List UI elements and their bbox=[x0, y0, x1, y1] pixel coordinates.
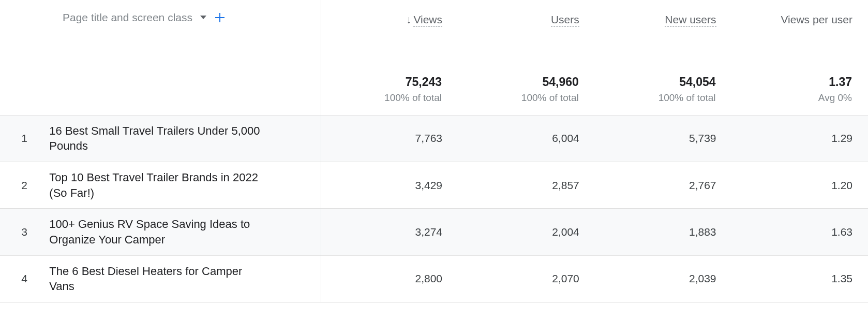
table-row[interactable]: 4The 6 Best Diesel Heaters for Camper Va… bbox=[0, 255, 868, 302]
total-new-users: 54,054 bbox=[595, 75, 731, 89]
total-users-sub: 100% of total bbox=[458, 89, 594, 104]
cell-views: 3,429 bbox=[321, 162, 458, 208]
cell-new-users: 2,767 bbox=[595, 162, 732, 208]
add-dimension-button[interactable] bbox=[214, 12, 226, 23]
page-title-cell[interactable]: 100+ Genius RV Space Saving Ideas to Org… bbox=[49, 209, 274, 254]
cell-new-users: 5,739 bbox=[595, 115, 732, 162]
cell-views-per-user: 1.35 bbox=[732, 255, 868, 302]
total-views-per-user-sub: Avg 0% bbox=[732, 89, 867, 104]
row-index: 2 bbox=[0, 162, 49, 208]
row-index: 1 bbox=[0, 115, 49, 162]
total-views-sub: 100% of total bbox=[322, 89, 457, 104]
table-row[interactable]: 3100+ Genius RV Space Saving Ideas to Or… bbox=[0, 209, 868, 255]
column-header-views-per-user[interactable]: Views per user bbox=[732, 0, 868, 28]
cell-new-users: 1,883 bbox=[595, 209, 732, 255]
dimension-selector[interactable]: Page title and screen class bbox=[1, 11, 320, 24]
cell-users: 2,070 bbox=[458, 255, 595, 302]
cell-users: 2,857 bbox=[458, 162, 595, 208]
analytics-table: Page title and screen class ↓Views Users… bbox=[0, 0, 868, 302]
table-row[interactable]: 116 Best Small Travel Trailers Under 5,0… bbox=[0, 115, 868, 162]
table-row[interactable]: 2Top 10 Best Travel Trailer Brands in 20… bbox=[0, 162, 868, 208]
cell-views: 2,800 bbox=[321, 255, 458, 302]
cell-users: 6,004 bbox=[458, 115, 595, 162]
column-header-users[interactable]: Users bbox=[458, 0, 595, 28]
row-index: 4 bbox=[0, 255, 49, 302]
cell-new-users: 2,039 bbox=[595, 255, 732, 302]
chevron-down-icon bbox=[200, 15, 207, 20]
total-views-per-user: 1.37 bbox=[732, 75, 867, 89]
cell-views-per-user: 1.20 bbox=[732, 162, 868, 208]
cell-views: 3,274 bbox=[321, 209, 458, 255]
column-header-new-users[interactable]: New users bbox=[595, 0, 732, 28]
total-users: 54,960 bbox=[458, 75, 594, 89]
cell-users: 2,004 bbox=[458, 209, 595, 255]
total-new-users-sub: 100% of total bbox=[595, 89, 731, 104]
cell-views-per-user: 1.29 bbox=[732, 115, 868, 162]
row-index: 3 bbox=[0, 209, 49, 255]
cell-views-per-user: 1.63 bbox=[732, 209, 868, 255]
column-header-views[interactable]: ↓Views bbox=[321, 0, 458, 28]
page-title-cell[interactable]: 16 Best Small Travel Trailers Under 5,00… bbox=[49, 116, 274, 161]
dimension-label: Page title and screen class bbox=[63, 11, 192, 24]
sort-descending-icon: ↓ bbox=[406, 13, 412, 25]
page-title-cell[interactable]: The 6 Best Diesel Heaters for Camper Van… bbox=[49, 256, 274, 301]
total-views: 75,243 bbox=[322, 75, 457, 89]
cell-views: 7,763 bbox=[321, 115, 458, 162]
page-title-cell[interactable]: Top 10 Best Travel Trailer Brands in 202… bbox=[49, 163, 274, 208]
